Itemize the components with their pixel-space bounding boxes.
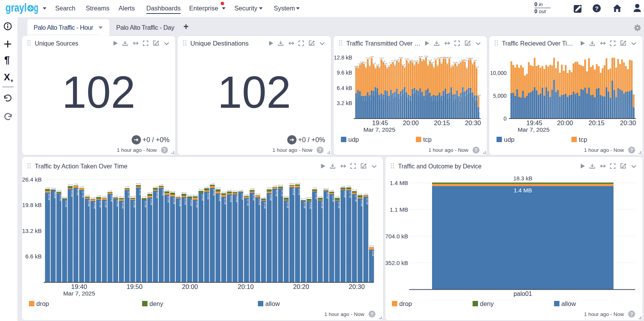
svg-text:e: e <box>11 78 13 83</box>
svg-text:grayl: grayl <box>5 2 27 14</box>
svg-text:¶: ¶ <box>4 54 10 66</box>
svg-text:g: g <box>34 2 39 14</box>
svg-text:X: X <box>4 72 10 82</box>
svg-text:?: ? <box>595 5 598 12</box>
